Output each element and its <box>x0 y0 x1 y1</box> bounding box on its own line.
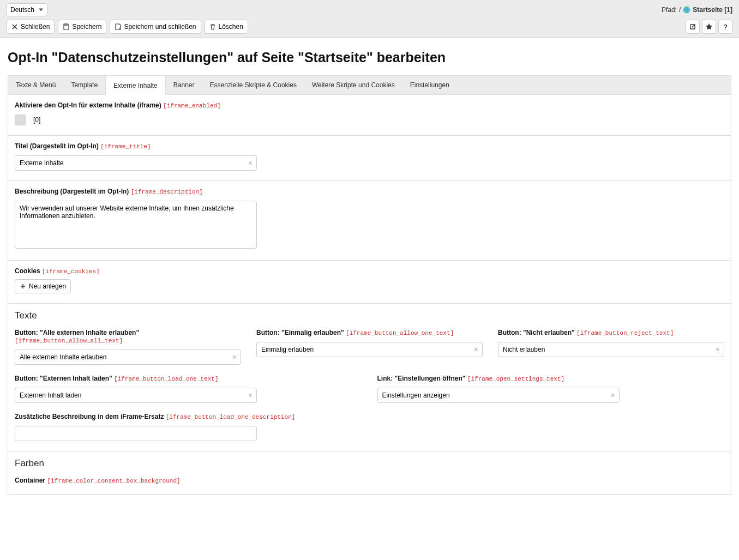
star-icon <box>705 23 713 31</box>
save-close-button[interactable]: Speichern und schließen <box>110 20 201 34</box>
allow-one-input[interactable] <box>256 342 483 357</box>
iframe-cookies-key: [iframe_cookies] <box>42 268 100 275</box>
iframe-enabled-checkbox[interactable] <box>15 115 26 125</box>
close-button[interactable]: Schließen <box>7 20 55 34</box>
iframe-cookies-label: Cookies <box>15 267 40 275</box>
tab-bar: Texte & Menü Template Externe Inhalte Ba… <box>8 76 731 95</box>
section-farben: Farben <box>15 458 724 469</box>
iframe-enabled-value: [0] <box>33 116 40 124</box>
allow-one-label: Button: "Einmalig erlauben" <box>256 329 344 336</box>
iframe-description-label: Beschreibung (Dargestellt im Opt-In) <box>15 188 129 195</box>
delete-button[interactable]: Löschen <box>205 20 248 34</box>
iframe-enabled-key: [iframe_enabled] <box>163 103 221 109</box>
path-sep: / <box>679 6 681 14</box>
load-one-desc-label: Zusätzliche Beschreibung in dem iFrame-E… <box>15 413 164 420</box>
breadcrumb: Pfad: / Startseite [1] <box>662 6 732 14</box>
container-color-key: [iframe_color_consent_box_background] <box>47 478 180 484</box>
load-one-key: [iframe_button_load_one_text] <box>114 376 218 382</box>
save-button[interactable]: Speichern <box>58 20 106 34</box>
container-color-label: Container <box>15 477 45 484</box>
path-label: Pfad: <box>662 6 677 14</box>
clear-icon[interactable]: × <box>248 159 253 167</box>
load-one-desc-key: [iframe_button_load_one_description] <box>166 414 296 420</box>
clear-icon[interactable]: × <box>474 346 478 353</box>
tab-texte-menu[interactable]: Texte & Menü <box>8 76 63 94</box>
page-title: Opt-In "Datenschutzeinstellungen" auf Se… <box>8 50 731 65</box>
allow-all-key: [iframe_button_allow_all_text] <box>15 338 123 344</box>
iframe-title-input[interactable] <box>15 155 257 171</box>
open-settings-label: Link: "Einstellungen öffnen" <box>377 375 466 382</box>
load-one-input[interactable] <box>15 388 257 403</box>
close-icon <box>11 23 18 30</box>
reject-input[interactable] <box>498 342 724 357</box>
clear-icon[interactable]: × <box>248 392 253 399</box>
open-external-button[interactable] <box>686 20 700 34</box>
save-close-icon <box>115 23 121 30</box>
load-one-desc-input[interactable] <box>15 426 257 441</box>
breadcrumb-current[interactable]: Startseite [1] <box>693 6 732 14</box>
tab-essenzielle[interactable]: Essenzielle Skripte & Cookies <box>202 76 304 94</box>
language-select-wrap: Deutsch <box>7 3 47 16</box>
iframe-title-label: Titel (Dargestellt im Opt-In) <box>15 142 99 150</box>
tab-banner[interactable]: Banner <box>166 76 202 94</box>
section-texte: Texte <box>15 310 724 321</box>
tab-einstellungen[interactable]: Einstellungen <box>402 76 457 94</box>
iframe-description-key: [iframe_description] <box>131 189 203 195</box>
trash-icon <box>209 23 216 30</box>
clear-icon[interactable]: × <box>232 353 237 361</box>
iframe-description-textarea[interactable]: Wir verwenden auf unserer Website extern… <box>15 201 257 249</box>
help-button[interactable]: ? <box>718 20 732 34</box>
allow-one-key: [iframe_button_allow_one_text] <box>346 330 454 336</box>
reject-label: Button: "Nicht erlauben" <box>498 329 575 336</box>
tab-template[interactable]: Template <box>63 76 105 94</box>
iframe-title-key: [iframe_title] <box>100 143 151 150</box>
globe-icon <box>683 6 690 14</box>
external-icon <box>689 23 696 31</box>
open-settings-key: [iframe_open_settings_text] <box>467 376 564 382</box>
iframe-enabled-label: Aktiviere den Opt-In für externe Inhalte… <box>15 101 161 109</box>
plus-icon <box>20 283 26 290</box>
save-icon <box>63 23 69 30</box>
reject-key: [iframe_button_reject_text] <box>576 330 674 336</box>
clear-icon[interactable]: × <box>716 346 720 353</box>
tab-weitere[interactable]: Weitere Skripte und Cookies <box>304 76 402 94</box>
add-cookie-button[interactable]: Neu anlegen <box>15 279 71 293</box>
svg-rect-1 <box>65 24 67 26</box>
clear-icon[interactable]: × <box>610 392 615 399</box>
favorite-button[interactable] <box>702 20 716 34</box>
allow-all-input[interactable] <box>15 350 241 365</box>
load-one-label: Button: "Externen Inhalt laden" <box>15 375 112 382</box>
toolbar: Deutsch Pfad: / Startseite [1] Schließen… <box>0 0 739 38</box>
tab-externe-inhalte[interactable]: Externe Inhalte <box>105 76 166 95</box>
allow-all-label: Button: "Alle externen Inhalte erlauben" <box>15 329 139 336</box>
help-icon: ? <box>723 23 727 31</box>
open-settings-input[interactable] <box>377 388 620 403</box>
language-select[interactable]: Deutsch <box>7 3 47 16</box>
